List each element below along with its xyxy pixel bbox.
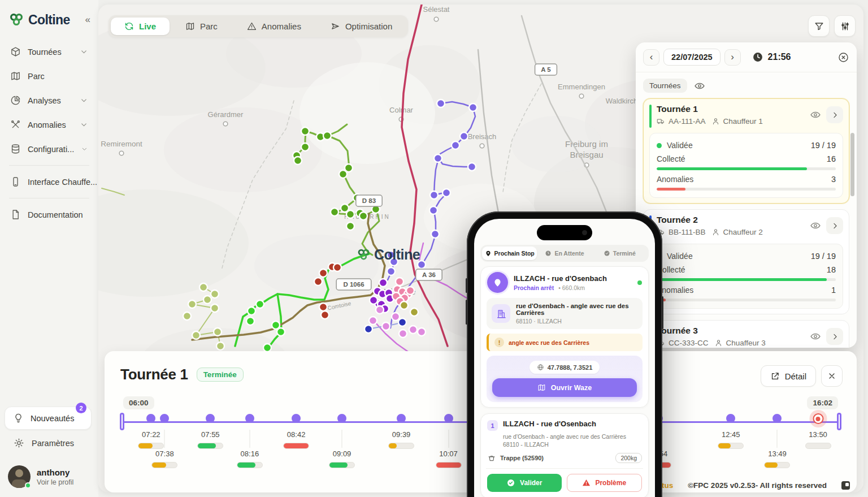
address-card[interactable]: rue d'Osenbach - angle avec rue des Carr…	[487, 298, 643, 329]
next-day-button[interactable]: ›	[724, 49, 741, 66]
collapse-sidebar-button[interactable]: «	[85, 14, 90, 25]
stop-time: 09:39	[392, 430, 411, 439]
tour-stats: Validée19 / 19 Collecté18 Anomalies1	[649, 244, 843, 309]
phone-tab-en-attente[interactable]: En Attente	[537, 247, 592, 260]
open-waze-button[interactable]: Ouvrir Waze	[492, 378, 637, 397]
person-icon	[714, 339, 723, 347]
sidebar-item-anomalies[interactable]: Anomalies	[5, 113, 94, 137]
copyright: ©FPC 2025 v0.2.53- All rights reserved	[688, 481, 827, 490]
svg-text:Freiburg im: Freiburg im	[565, 139, 608, 149]
tab-anomalies[interactable]: Anomalies	[233, 18, 315, 35]
phone-screen: Prochain Stop En Attente Terminé ILLZACH…	[474, 219, 655, 497]
collected-label: Collecté	[657, 154, 685, 163]
eye-icon[interactable]	[694, 80, 705, 92]
sidebar-item-configurati[interactable]: Configurati...	[5, 137, 94, 161]
stop-node[interactable]	[726, 414, 735, 423]
svg-text:D 83: D 83	[362, 197, 376, 204]
eye-icon[interactable]	[810, 220, 821, 231]
stop-node[interactable]	[245, 414, 254, 423]
expand-tour-button[interactable]	[826, 106, 843, 123]
phone-tab-prochain-stop[interactable]: Prochain Stop	[482, 247, 537, 260]
tools-icon	[10, 119, 21, 130]
user-profile[interactable]: anthony Voir le profil	[8, 465, 73, 488]
chevron-down-icon	[80, 96, 88, 105]
app-title: Coltine	[28, 12, 70, 28]
validated-label: Validée	[667, 141, 693, 150]
tour-card[interactable]: Tournée 2 BB-111-BB Chauffeur 2 Validée1…	[643, 209, 849, 314]
prev-day-button[interactable]: ‹	[643, 49, 659, 66]
date-display[interactable]: 22/07/2025	[663, 49, 721, 66]
person-icon	[711, 228, 720, 236]
filter-button[interactable]	[808, 15, 830, 37]
tab-live[interactable]: Live	[111, 18, 170, 35]
equipment-label: Trappe (52590)	[500, 455, 544, 461]
anomalies-value: 1	[831, 286, 836, 295]
tour-accent-bar	[649, 105, 652, 128]
sidebar-item-documentation[interactable]: Documentation	[5, 202, 94, 227]
stop-node[interactable]	[160, 414, 169, 423]
sidebar-item-analyses[interactable]: Analyses	[5, 88, 94, 113]
pinF-icon	[485, 250, 492, 257]
validated-value: 19 / 19	[811, 141, 836, 150]
check-icon	[506, 478, 515, 487]
section-label[interactable]: Tournées	[643, 79, 687, 93]
coordinates-pill[interactable]: 47.7888, 7.3521	[530, 361, 600, 374]
expand-tour-button[interactable]	[826, 217, 843, 234]
stop-gauge	[805, 443, 831, 449]
tour-driver: Chuaffeur 3	[726, 339, 766, 347]
stop-node[interactable]	[206, 414, 215, 423]
tab-parc[interactable]: Parc	[172, 18, 231, 35]
phone-tabs: Prochain Stop En Attente Terminé	[480, 245, 649, 262]
stop-node[interactable]	[292, 414, 301, 423]
theme-toggle-icon[interactable]	[841, 481, 850, 490]
tour-card[interactable]: Tournée 3 CC-333-CC Chuaffeur 3 Validée2…	[643, 320, 849, 348]
validate-button[interactable]: Valider	[487, 474, 562, 492]
current-stop-node[interactable]	[813, 413, 823, 424]
whats-new-button[interactable]: Nouveautés 2	[5, 407, 92, 430]
navigation-box: 47.7888, 7.3521 Ouvrir Waze	[487, 356, 643, 402]
svg-text:Sélestat: Sélestat	[423, 5, 450, 14]
coordinates: 47.7888, 7.3521	[548, 364, 593, 371]
layers-settings-button[interactable]	[834, 15, 856, 37]
eye-icon[interactable]	[810, 109, 821, 120]
svg-text:A 5: A 5	[541, 66, 551, 73]
next-stop-card: ILLZACH - rue d'Osenbach Prochain arrêt …	[480, 266, 649, 408]
view-profile-link[interactable]: Voir le profil	[37, 478, 73, 486]
phone-tab-termin[interactable]: Terminé	[592, 247, 647, 260]
anomalies-progress	[657, 188, 836, 191]
settings-label: Paramètres	[32, 439, 74, 448]
stop-node[interactable]	[444, 414, 453, 423]
tour-plate: BB-111-BB	[669, 228, 706, 236]
stop-node[interactable]	[772, 414, 782, 423]
sidebar-item-interface-chauffe[interactable]: Interface Chauffe...	[5, 170, 94, 194]
tour-card[interactable]: Tournée 1 AA-111-AA Chauffeur 1 Validée1…	[643, 98, 849, 204]
stop-node[interactable]	[397, 414, 406, 423]
weight-badge: 200kg	[615, 453, 642, 463]
problem-button[interactable]: Problème	[567, 474, 643, 492]
phone-button	[466, 278, 467, 293]
warn-icon	[247, 21, 257, 31]
waze-label: Ouvrir Waze	[551, 384, 592, 392]
clock-icon	[752, 51, 763, 63]
sidebar-item-tourn-es[interactable]: Tournées	[5, 40, 94, 64]
stop-node[interactable]	[146, 414, 155, 423]
watermark-text: Coltine	[374, 247, 420, 263]
scrollbar[interactable]	[850, 133, 854, 196]
send-icon	[331, 21, 340, 31]
close-panel-button[interactable]	[837, 51, 849, 63]
svg-text:A 36: A 36	[422, 271, 436, 278]
stop-node[interactable]	[337, 414, 346, 423]
svg-text:Gérardmer: Gérardmer	[208, 110, 244, 119]
tab-optimisation[interactable]: Optimisation	[317, 18, 406, 35]
svg-text:D 1066: D 1066	[343, 281, 364, 288]
stop-time: 07:55	[201, 430, 220, 439]
tour-name: Tournée 1	[657, 104, 763, 115]
settings-button[interactable]: Paramètres	[14, 438, 74, 448]
connector-line	[448, 430, 449, 448]
expand-tour-button[interactable]	[826, 328, 843, 345]
sidebar-item-parc[interactable]: Parc	[5, 64, 94, 88]
svg-text:Remiremont: Remiremont	[101, 140, 142, 148]
validated-value: 19 / 19	[811, 252, 836, 261]
eye-icon[interactable]	[810, 331, 821, 342]
map-icon	[10, 71, 21, 81]
